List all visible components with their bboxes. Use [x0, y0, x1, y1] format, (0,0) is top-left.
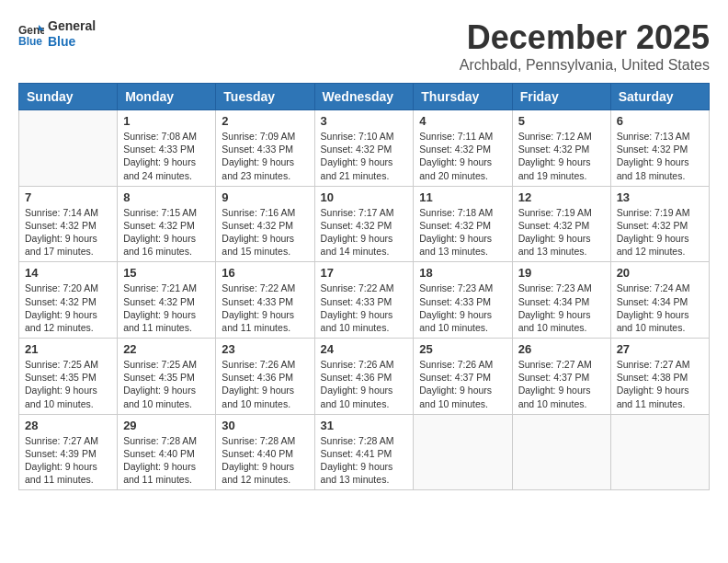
day-number: 24 — [321, 342, 408, 356]
day-number: 16 — [222, 266, 308, 280]
logo-icon: General Blue — [18, 21, 44, 47]
day-number: 9 — [222, 190, 308, 204]
day-number: 21 — [25, 342, 111, 356]
day-info: Sunrise: 7:27 AM Sunset: 4:37 PM Dayligh… — [518, 358, 605, 410]
day-number: 18 — [419, 266, 506, 280]
day-number: 28 — [25, 419, 111, 432]
day-info: Sunrise: 7:26 AM Sunset: 4:36 PM Dayligh… — [321, 358, 408, 410]
calendar-cell: 18Sunrise: 7:23 AM Sunset: 4:33 PM Dayli… — [414, 262, 512, 339]
day-info: Sunrise: 7:19 AM Sunset: 4:32 PM Dayligh… — [518, 206, 605, 259]
header-thursday: Thursday — [414, 84, 512, 110]
calendar-cell: 11Sunrise: 7:18 AM Sunset: 4:32 PM Dayli… — [414, 186, 512, 262]
calendar-cell: 14Sunrise: 7:20 AM Sunset: 4:32 PM Dayli… — [19, 262, 118, 339]
calendar-header-row: SundayMondayTuesdayWednesdayThursdayFrid… — [19, 84, 710, 110]
calendar-cell: 5Sunrise: 7:12 AM Sunset: 4:32 PM Daylig… — [512, 110, 610, 187]
calendar-cell: 29Sunrise: 7:28 AM Sunset: 4:40 PM Dayli… — [118, 414, 216, 490]
day-number: 13 — [617, 190, 703, 204]
day-number: 26 — [518, 342, 605, 356]
logo-line2: Blue — [48, 34, 96, 50]
calendar-cell: 27Sunrise: 7:27 AM Sunset: 4:38 PM Dayli… — [610, 339, 709, 415]
day-number: 31 — [321, 419, 408, 432]
day-number: 3 — [321, 114, 408, 128]
day-info: Sunrise: 7:11 AM Sunset: 4:32 PM Dayligh… — [419, 130, 506, 182]
day-info: Sunrise: 7:09 AM Sunset: 4:33 PM Dayligh… — [222, 130, 308, 182]
day-number: 22 — [123, 342, 210, 356]
day-info: Sunrise: 7:24 AM Sunset: 4:34 PM Dayligh… — [617, 282, 703, 334]
calendar-table: SundayMondayTuesdayWednesdayThursdayFrid… — [18, 83, 710, 490]
calendar-cell — [610, 414, 709, 490]
calendar-cell: 1Sunrise: 7:08 AM Sunset: 4:33 PM Daylig… — [118, 110, 216, 187]
day-info: Sunrise: 7:16 AM Sunset: 4:32 PM Dayligh… — [222, 206, 308, 259]
day-info: Sunrise: 7:28 AM Sunset: 4:40 PM Dayligh… — [123, 434, 210, 487]
calendar-cell: 13Sunrise: 7:19 AM Sunset: 4:32 PM Dayli… — [610, 186, 709, 262]
calendar-week-row: 14Sunrise: 7:20 AM Sunset: 4:32 PM Dayli… — [19, 262, 710, 339]
calendar-week-row: 7Sunrise: 7:14 AM Sunset: 4:32 PM Daylig… — [19, 186, 710, 262]
day-info: Sunrise: 7:22 AM Sunset: 4:33 PM Dayligh… — [222, 282, 308, 334]
calendar-cell: 22Sunrise: 7:25 AM Sunset: 4:35 PM Dayli… — [118, 339, 216, 415]
day-info: Sunrise: 7:08 AM Sunset: 4:33 PM Dayligh… — [123, 130, 210, 182]
calendar-cell — [512, 414, 610, 490]
day-number: 1 — [123, 114, 210, 128]
day-number: 25 — [419, 342, 506, 356]
day-number: 29 — [123, 419, 210, 432]
day-number: 5 — [518, 114, 605, 128]
calendar-cell: 19Sunrise: 7:23 AM Sunset: 4:34 PM Dayli… — [512, 262, 610, 339]
calendar-cell: 4Sunrise: 7:11 AM Sunset: 4:32 PM Daylig… — [414, 110, 512, 187]
day-number: 6 — [617, 114, 703, 128]
calendar-cell: 26Sunrise: 7:27 AM Sunset: 4:37 PM Dayli… — [512, 339, 610, 415]
header-saturday: Saturday — [610, 84, 709, 110]
header-monday: Monday — [118, 84, 216, 110]
day-info: Sunrise: 7:28 AM Sunset: 4:40 PM Dayligh… — [222, 434, 308, 487]
day-number: 14 — [25, 266, 111, 280]
day-info: Sunrise: 7:27 AM Sunset: 4:39 PM Dayligh… — [25, 434, 111, 487]
calendar-cell: 2Sunrise: 7:09 AM Sunset: 4:33 PM Daylig… — [216, 110, 314, 187]
calendar-cell: 9Sunrise: 7:16 AM Sunset: 4:32 PM Daylig… — [216, 186, 314, 262]
calendar-cell: 31Sunrise: 7:28 AM Sunset: 4:41 PM Dayli… — [314, 414, 414, 490]
calendar-cell: 8Sunrise: 7:15 AM Sunset: 4:32 PM Daylig… — [118, 186, 216, 262]
calendar-cell: 12Sunrise: 7:19 AM Sunset: 4:32 PM Dayli… — [512, 186, 610, 262]
calendar-week-row: 1Sunrise: 7:08 AM Sunset: 4:33 PM Daylig… — [19, 110, 710, 187]
day-number: 15 — [123, 266, 210, 280]
calendar-cell: 23Sunrise: 7:26 AM Sunset: 4:36 PM Dayli… — [216, 339, 314, 415]
svg-text:Blue: Blue — [18, 35, 42, 47]
day-number: 7 — [25, 190, 111, 204]
day-number: 23 — [222, 342, 308, 356]
day-number: 11 — [419, 190, 506, 204]
day-number: 10 — [321, 190, 408, 204]
calendar-cell: 28Sunrise: 7:27 AM Sunset: 4:39 PM Dayli… — [19, 414, 118, 490]
calendar-cell: 30Sunrise: 7:28 AM Sunset: 4:40 PM Dayli… — [216, 414, 314, 490]
calendar-cell: 24Sunrise: 7:26 AM Sunset: 4:36 PM Dayli… — [314, 339, 414, 415]
title-section: December 2025 Archbald, Pennsylvania, Un… — [460, 18, 710, 74]
day-info: Sunrise: 7:26 AM Sunset: 4:37 PM Dayligh… — [419, 358, 506, 410]
day-number: 2 — [222, 114, 308, 128]
day-info: Sunrise: 7:22 AM Sunset: 4:33 PM Dayligh… — [321, 282, 408, 334]
day-number: 17 — [321, 266, 408, 280]
day-info: Sunrise: 7:23 AM Sunset: 4:33 PM Dayligh… — [419, 282, 506, 334]
day-info: Sunrise: 7:23 AM Sunset: 4:34 PM Dayligh… — [518, 282, 605, 334]
header-friday: Friday — [512, 84, 610, 110]
page-header: General Blue General Blue December 2025 … — [18, 18, 710, 74]
day-number: 19 — [518, 266, 605, 280]
day-info: Sunrise: 7:17 AM Sunset: 4:32 PM Dayligh… — [321, 206, 408, 259]
day-info: Sunrise: 7:10 AM Sunset: 4:32 PM Dayligh… — [321, 130, 408, 182]
day-info: Sunrise: 7:27 AM Sunset: 4:38 PM Dayligh… — [617, 358, 703, 410]
calendar-cell: 6Sunrise: 7:13 AM Sunset: 4:32 PM Daylig… — [610, 110, 709, 187]
location-title: Archbald, Pennsylvania, United States — [460, 57, 710, 74]
calendar-cell: 7Sunrise: 7:14 AM Sunset: 4:32 PM Daylig… — [19, 186, 118, 262]
day-number: 8 — [123, 190, 210, 204]
calendar-week-row: 28Sunrise: 7:27 AM Sunset: 4:39 PM Dayli… — [19, 414, 710, 490]
calendar-cell: 25Sunrise: 7:26 AM Sunset: 4:37 PM Dayli… — [414, 339, 512, 415]
logo: General Blue General Blue — [18, 18, 96, 50]
day-number: 12 — [518, 190, 605, 204]
day-number: 30 — [222, 419, 308, 432]
header-tuesday: Tuesday — [216, 84, 314, 110]
day-info: Sunrise: 7:15 AM Sunset: 4:32 PM Dayligh… — [123, 206, 210, 259]
calendar-cell: 10Sunrise: 7:17 AM Sunset: 4:32 PM Dayli… — [314, 186, 414, 262]
calendar-cell: 16Sunrise: 7:22 AM Sunset: 4:33 PM Dayli… — [216, 262, 314, 339]
day-number: 27 — [617, 342, 703, 356]
day-info: Sunrise: 7:21 AM Sunset: 4:32 PM Dayligh… — [123, 282, 210, 334]
calendar-cell: 15Sunrise: 7:21 AM Sunset: 4:32 PM Dayli… — [118, 262, 216, 339]
day-info: Sunrise: 7:26 AM Sunset: 4:36 PM Dayligh… — [222, 358, 308, 410]
header-sunday: Sunday — [19, 84, 118, 110]
calendar-cell: 3Sunrise: 7:10 AM Sunset: 4:32 PM Daylig… — [314, 110, 414, 187]
